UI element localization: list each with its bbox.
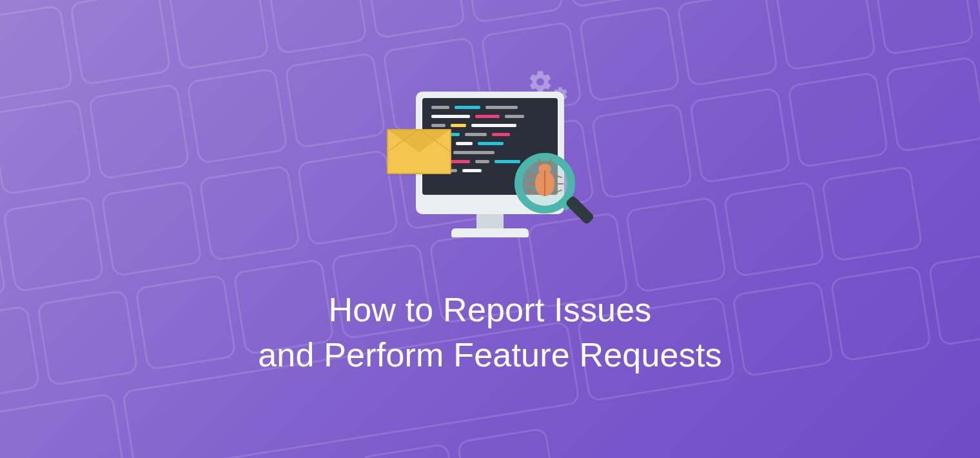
bug-icon [535,170,554,196]
magnifying-glass-bug-icon [514,153,592,230]
gear-icon [527,69,553,95]
hero-illustration [393,81,587,248]
hero-title: How to Report Issues and Perform Feature… [258,287,722,377]
envelope-icon [387,129,451,174]
hero-banner: How to Report Issues and Perform Feature… [0,0,980,458]
